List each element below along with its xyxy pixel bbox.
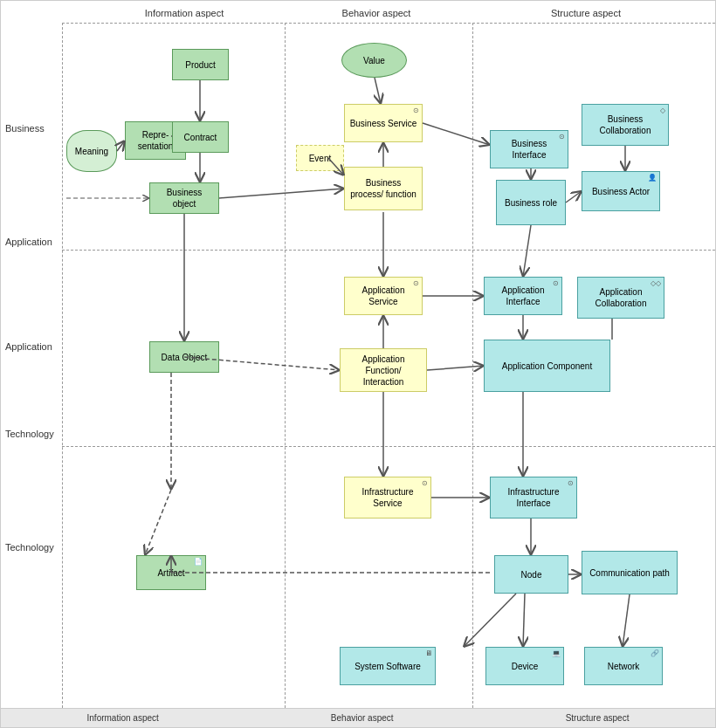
infra-service-box: ⊙ Infrastructure Service — [344, 477, 431, 519]
footer-col1: Information aspect — [87, 713, 159, 723]
svg-line-7 — [219, 189, 344, 198]
infra-interface-box: ⊙ Infrastructure Interface — [490, 477, 577, 519]
svg-line-17 — [427, 366, 484, 370]
app-function-box: Application Function/ Interaction — [340, 348, 427, 392]
footer-bar: Information aspect Behavior aspect Struc… — [1, 708, 715, 727]
sep-h-top — [62, 23, 715, 24]
col-header-info: Information aspect — [88, 8, 280, 18]
business-actor-box: 👤 Business Actor — [582, 171, 660, 211]
artifact-box: 📄 Artifact — [136, 555, 206, 590]
svg-line-3 — [117, 141, 125, 151]
svg-line-29 — [623, 594, 630, 647]
business-collaboration-box: ◇ Business Collaboration — [582, 104, 669, 146]
row-label-technology-top: Technology — [5, 429, 54, 439]
svg-line-9 — [423, 123, 490, 145]
sep-h-1 — [62, 250, 715, 251]
system-software-box: 🖥 System Software — [340, 647, 436, 685]
sep-v-1 — [285, 23, 286, 708]
meaning-box: Meaning — [66, 130, 117, 172]
business-service-box: ⊙ Business Service — [344, 104, 423, 142]
col-header-behavior: Behavior aspect — [289, 8, 464, 18]
app-component-box: Application Component — [484, 340, 610, 392]
svg-line-28 — [523, 594, 525, 647]
product-box: Product — [172, 49, 229, 80]
business-object-box: Business object — [149, 182, 219, 214]
svg-line-14 — [375, 78, 381, 104]
sep-h-2 — [62, 446, 715, 447]
value-box: Value — [341, 43, 407, 78]
footer-col2: Behavior aspect — [331, 713, 394, 723]
network-box: 🔗 Network — [584, 647, 663, 685]
row-label-application-top: Application — [5, 237, 52, 247]
comm-path-box: Communication path — [582, 551, 678, 594]
node-box: Node — [494, 555, 568, 594]
app-service-box: ⊙ Application Service — [344, 277, 423, 315]
svg-line-35 — [145, 490, 171, 555]
sep-v-left — [62, 23, 63, 708]
diagram-container: Information aspect Behavior aspect Struc… — [0, 0, 716, 728]
business-role-box: Business role — [496, 180, 566, 225]
business-interface-box: ⊙ Business Interface — [490, 130, 568, 168]
footer-col3: Structure aspect — [566, 713, 630, 723]
app-interface-box: ⊙ Application Interface — [484, 277, 562, 315]
event-box: Event — [296, 145, 344, 171]
svg-line-11 — [566, 191, 582, 203]
sep-v-2 — [472, 23, 473, 708]
svg-line-23 — [523, 225, 531, 277]
row-label-technology-bot: Technology — [5, 542, 54, 553]
svg-line-27 — [464, 594, 516, 647]
col-header-structure: Structure aspect — [472, 8, 699, 18]
data-object-box: Data Object — [149, 341, 219, 373]
contract-box: Contract — [172, 121, 229, 153]
app-collaboration-box: ◇◇ Application Collaboration — [577, 277, 664, 319]
device-box: 💻 Device — [485, 647, 564, 685]
business-process-box: Business process/ function — [344, 167, 423, 210]
row-label-business: Business — [5, 123, 45, 134]
row-label-application-bot: Application — [5, 341, 52, 352]
